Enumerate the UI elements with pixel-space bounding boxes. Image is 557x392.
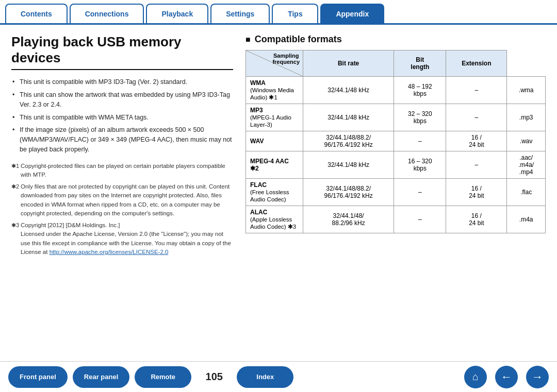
flac-bitlength: 16 /24 bit [446,179,507,206]
mp3-extension: .mp3 [507,104,546,131]
bullet-3: This unit is compatible with WMA META ta… [11,113,233,123]
back-button[interactable]: ← [495,366,518,388]
table-row-mpeg4aac: MPEG-4 AAC ✱2 32/44.1/48 kHz 16 – 320kbp… [246,151,546,179]
top-nav: Contents Connections Playback Settings T… [0,0,557,25]
forward-icon: → [532,370,543,384]
bullet-1: This unit is compatible with MP3 ID3-Tag… [11,77,233,87]
wav-extension: .wav [507,131,546,151]
forward-button[interactable]: → [526,366,549,388]
alac-extension: .m4a [507,206,546,233]
wma-extension: .wma [507,77,546,104]
table-row-wma: WMA (Windows MediaAudio) ✱1 32/44.1/48 k… [246,77,546,104]
wma-sampling: 32/44.1/48 kHz [303,77,394,104]
table-row-flac: FLAC (Free LosslessAudio Codec) 32/44.1/… [246,179,546,206]
wav-sampling: 32/44.1/48/88.2/96/176.4/192 kHz [303,131,394,151]
page-number: 105 [204,371,224,383]
mpeg4aac-extension: .aac/.m4a/.mp4 [507,151,546,179]
right-column: Compatible formats Samplingfrequency Bit… [245,34,546,356]
index-button[interactable]: Index [237,366,293,388]
mpeg4aac-bitlength: – [446,151,507,179]
wav-bitrate: – [394,131,446,151]
tab-playback[interactable]: Playback [146,4,208,23]
tab-tips[interactable]: Tips [272,4,318,23]
format-wma: WMA (Windows MediaAudio) ✱1 [246,77,303,104]
footnote-3: ✱3 Copyright [2012] [D&M Holdings. Inc.]… [11,221,233,257]
footnote-1: ✱1 Copyright-protected files can be play… [11,162,233,180]
wma-bitlength: – [446,77,507,104]
table-header-bitlength: Bitlength [394,50,446,77]
alac-bitlength: 16 /24 bit [446,206,507,233]
flac-sampling: 32/44.1/48/88.2/96/176.4/192 kHz [303,179,394,206]
bottom-nav: Front panel Rear panel Remote 105 Index … [0,361,557,392]
rear-panel-button[interactable]: Rear panel [73,366,129,388]
alac-bitrate: – [394,206,446,233]
bullet-4: If the image size (pixels) of an album a… [11,125,233,154]
license-link[interactable]: http://www.apache.org/licenses/LICENSE-2… [50,249,169,255]
tab-appendix[interactable]: Appendix [320,4,384,23]
format-flac: FLAC (Free LosslessAudio Codec) [246,179,303,206]
footnotes: ✱1 Copyright-protected files can be play… [11,162,233,257]
wma-bitrate: 48 – 192kbps [394,77,446,104]
format-wav: WAV [246,131,303,151]
alac-sampling: 32/44.1/48/88.2/96 kHz [303,206,394,233]
mpeg4aac-sampling: 32/44.1/48 kHz [303,151,394,179]
table-header-extension: Extension [446,50,507,77]
main-content: Playing back USB memory devices This uni… [0,25,557,361]
home-icon: ⌂ [472,371,479,383]
bullet-list: This unit is compatible with MP3 ID3-Tag… [11,77,233,154]
mp3-bitlength: – [446,104,507,131]
compat-table: Samplingfrequency Bit rate Bitlength Ext… [245,50,546,233]
table-row-alac: ALAC (Apple LosslessAudio Codec) ✱3 32/4… [246,206,546,233]
diag-top-label: Samplingfrequency [272,53,300,65]
remote-button[interactable]: Remote [135,366,191,388]
page-title: Playing back USB memory devices [11,34,233,70]
tab-connections[interactable]: Connections [70,4,144,23]
format-mpeg4aac: MPEG-4 AAC ✱2 [246,151,303,179]
mp3-sampling: 32/44.1/48 kHz [303,104,394,131]
mp3-bitrate: 32 – 320kbps [394,104,446,131]
back-icon: ← [501,370,512,384]
mpeg4aac-bitrate: 16 – 320kbps [394,151,446,179]
home-button[interactable]: ⌂ [464,366,487,388]
footnote-mark-2: ✱2 [11,182,19,191]
section-title: Compatible formats [245,34,546,45]
front-panel-button[interactable]: Front panel [8,366,68,388]
footnote-mark-3: ✱3 [11,221,19,230]
table-header-bitrate: Bit rate [303,50,394,77]
bullet-2: This unit can show the artwork that was … [11,90,233,110]
format-alac: ALAC (Apple LosslessAudio Codec) ✱3 [246,206,303,233]
format-mp3: MP3 (MPEG-1 AudioLayer-3) [246,104,303,131]
table-row-wav: WAV 32/44.1/48/88.2/96/176.4/192 kHz – 1… [246,131,546,151]
left-column: Playing back USB memory devices This uni… [11,34,233,356]
footnote-2: ✱2 Only files that are not protected by … [11,182,233,218]
table-header-diagonal: Samplingfrequency [246,50,303,77]
footnote-mark-1: ✱1 [11,162,19,171]
wav-bitlength: 16 /24 bit [446,131,507,151]
tab-contents[interactable]: Contents [5,4,68,23]
tab-settings[interactable]: Settings [210,4,270,23]
flac-bitrate: – [394,179,446,206]
table-row-mp3: MP3 (MPEG-1 AudioLayer-3) 32/44.1/48 kHz… [246,104,546,131]
flac-extension: .flac [507,179,546,206]
